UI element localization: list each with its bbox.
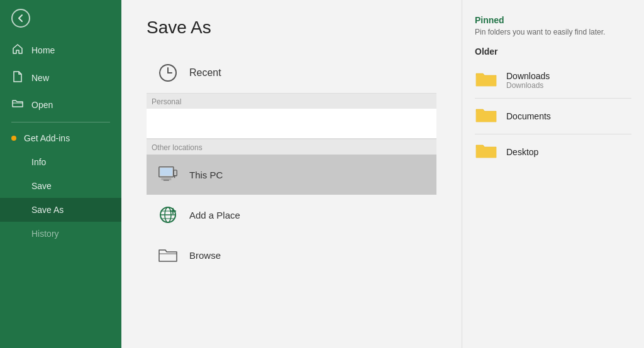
sidebar-item-home[interactable]: Home	[0, 36, 121, 64]
sidebar-home-label: Home	[31, 45, 55, 55]
sidebar-item-save[interactable]: Save	[0, 174, 121, 198]
page-title: Save As	[147, 18, 436, 38]
folder-documents-icon	[475, 105, 497, 128]
folder-desktop-name: Desktop	[506, 147, 538, 157]
open-folder-icon	[11, 99, 24, 111]
recent-label: Recent	[189, 67, 221, 79]
clock-icon	[157, 62, 179, 84]
location-add-place[interactable]: Add a Place	[147, 195, 436, 235]
sidebar-item-history[interactable]: History	[0, 222, 121, 246]
new-doc-icon	[11, 71, 24, 85]
older-title: Older	[475, 46, 631, 57]
this-pc-label: This PC	[189, 170, 223, 180]
folder-documents-info: Documents	[506, 111, 551, 121]
location-recent[interactable]: Recent	[147, 53, 436, 93]
folder-item-downloads[interactable]: Downloads Downloads	[475, 63, 631, 99]
folder-item-documents[interactable]: Documents	[475, 99, 631, 134]
sidebar-item-info[interactable]: Info	[0, 150, 121, 174]
folder-item-desktop[interactable]: Desktop	[475, 134, 631, 170]
sidebar-saveas-label: Save As	[31, 205, 64, 215]
sidebar-item-get-addins[interactable]: Get Add-ins	[0, 126, 121, 150]
svg-rect-8	[160, 168, 173, 175]
back-button[interactable]	[0, 0, 121, 36]
sidebar: Home New Open Get Add-ins Info Save	[0, 0, 121, 348]
folder-downloads-name: Downloads	[506, 71, 550, 81]
other-locations-label: Other locations	[147, 139, 436, 155]
folder-downloads-info: Downloads Downloads	[506, 71, 550, 90]
sidebar-divider	[11, 122, 110, 122]
sidebar-info-label: Info	[31, 157, 46, 167]
location-this-pc[interactable]: This PC	[147, 155, 436, 195]
browse-label: Browse	[189, 250, 221, 261]
right-panel: Pinned Pin folders you want to easily fi…	[462, 0, 644, 348]
sidebar-addins-label: Get Add-ins	[24, 133, 70, 143]
location-browse[interactable]: Browse	[147, 235, 436, 275]
sidebar-open-label: Open	[31, 100, 53, 110]
sidebar-history-label: History	[31, 229, 59, 239]
sidebar-item-open[interactable]: Open	[0, 92, 121, 118]
folder-desktop-icon	[475, 141, 497, 163]
sidebar-item-new[interactable]: New	[0, 64, 121, 92]
personal-section-label: Personal	[147, 93, 436, 109]
pc-icon	[157, 163, 179, 186]
globe-icon	[157, 204, 179, 226]
main-content: Save As Recent Personal Other locations	[121, 0, 462, 348]
folder-downloads-path: Downloads	[506, 81, 550, 90]
home-icon	[11, 43, 24, 57]
svg-rect-6	[174, 170, 177, 176]
locations-area: Recent Personal Other locations	[147, 53, 436, 335]
personal-empty-area	[147, 109, 436, 139]
folder-downloads-icon	[475, 69, 497, 92]
sidebar-save-label: Save	[31, 181, 52, 191]
pinned-title: Pinned	[475, 15, 631, 25]
addins-dot-icon	[11, 136, 16, 141]
folder-desktop-info: Desktop	[506, 147, 538, 157]
sidebar-new-label: New	[31, 73, 49, 83]
back-icon	[11, 9, 30, 28]
browse-folder-icon	[157, 244, 179, 266]
add-place-label: Add a Place	[189, 210, 240, 220]
pinned-subtitle: Pin folders you want to easily find late…	[475, 28, 631, 36]
sidebar-item-save-as[interactable]: Save As	[0, 198, 121, 222]
folder-documents-name: Documents	[506, 111, 551, 121]
